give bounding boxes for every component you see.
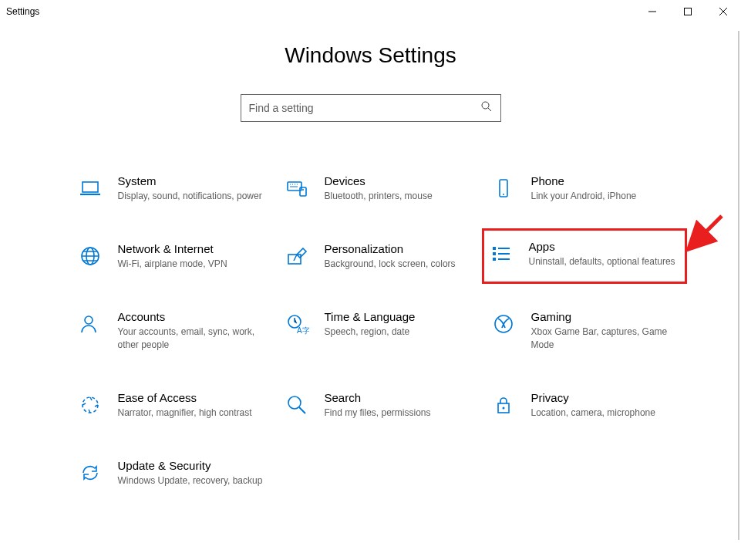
category-desc: Display, sound, notifications, power <box>118 190 266 202</box>
category-update[interactable]: Update & SecurityWindows Update, recover… <box>73 453 269 493</box>
category-title: Devices <box>325 174 473 187</box>
svg-point-5 <box>302 189 304 191</box>
category-text: GamingXbox Game Bar, captures, Game Mode <box>531 310 679 350</box>
maximize-button[interactable] <box>670 0 706 23</box>
category-title: Ease of Access <box>118 391 266 404</box>
svg-rect-12 <box>493 252 496 255</box>
svg-point-19 <box>288 396 301 409</box>
window-controls <box>635 0 741 23</box>
category-desc: Xbox Game Bar, captures, Game Mode <box>531 326 679 350</box>
category-text: Ease of AccessNarrator, magnifier, high … <box>118 391 266 419</box>
category-network[interactable]: Network & InternetWi-Fi, airplane mode, … <box>73 236 269 276</box>
magnify-icon <box>283 391 311 419</box>
category-desc: Speech, region, date <box>325 326 473 338</box>
category-text: Time & LanguageSpeech, region, date <box>325 310 473 338</box>
phone-icon <box>490 174 517 202</box>
category-title: Time & Language <box>325 310 473 323</box>
svg-rect-11 <box>493 247 496 250</box>
category-title: Personalization <box>325 242 473 255</box>
svg-point-18 <box>83 397 98 413</box>
page-title: Windows Settings <box>0 43 741 68</box>
svg-rect-13 <box>493 258 496 261</box>
svg-point-14 <box>85 316 93 324</box>
category-text: AppsUninstall, defaults, optional featur… <box>529 240 679 268</box>
svg-text:A字: A字 <box>297 326 309 335</box>
keyboard-icon <box>283 174 311 202</box>
lock-icon <box>490 391 517 419</box>
category-search[interactable]: SearchFind my files, permissions <box>280 385 476 425</box>
svg-point-1 <box>482 102 489 109</box>
category-text: Update & SecurityWindows Update, recover… <box>118 459 266 487</box>
category-personalization[interactable]: PersonalizationBackground, lock screen, … <box>280 236 476 276</box>
category-text: AccountsYour accounts, email, sync, work… <box>118 310 266 350</box>
category-title: Update & Security <box>118 459 266 472</box>
search-input[interactable] <box>249 102 480 114</box>
category-phone[interactable]: PhoneLink your Android, iPhone <box>487 168 682 208</box>
category-accounts[interactable]: AccountsYour accounts, email, sync, work… <box>73 304 269 356</box>
search-icon <box>480 100 493 116</box>
search-wrap <box>0 94 741 122</box>
apps-icon <box>487 240 515 268</box>
category-text: SystemDisplay, sound, notifications, pow… <box>118 174 266 202</box>
svg-rect-2 <box>83 182 98 192</box>
svg-point-21 <box>502 407 504 409</box>
category-desc: Windows Update, recovery, backup <box>118 474 266 487</box>
category-desc: Bluetooth, printers, mouse <box>325 190 473 202</box>
ease-icon <box>76 391 104 419</box>
category-desc: Find my files, permissions <box>325 407 473 419</box>
clock-lang-icon: A字 <box>283 310 311 338</box>
category-desc: Uninstall, defaults, optional features <box>529 255 679 268</box>
category-desc: Wi-Fi, airplane mode, VPN <box>118 258 266 270</box>
category-desc: Narrator, magnifier, high contrast <box>118 407 266 419</box>
vertical-scrollbar[interactable] <box>738 31 739 540</box>
category-title: Privacy <box>531 391 679 404</box>
svg-point-7 <box>503 194 504 195</box>
category-text: PhoneLink your Android, iPhone <box>531 174 679 202</box>
category-devices[interactable]: DevicesBluetooth, printers, mouse <box>280 168 476 208</box>
minimize-button[interactable] <box>635 0 670 23</box>
laptop-icon <box>76 174 104 202</box>
category-title: Phone <box>531 174 679 187</box>
category-time[interactable]: A字Time & LanguageSpeech, region, date <box>280 304 476 356</box>
svg-rect-0 <box>685 8 692 15</box>
category-text: Network & InternetWi-Fi, airplane mode, … <box>118 242 266 270</box>
category-gaming[interactable]: GamingXbox Game Bar, captures, Game Mode <box>487 304 682 356</box>
category-title: Network & Internet <box>118 242 266 255</box>
category-system[interactable]: SystemDisplay, sound, notifications, pow… <box>73 168 269 208</box>
close-button[interactable] <box>706 0 741 23</box>
globe-icon <box>76 242 104 270</box>
sync-icon <box>76 459 104 487</box>
category-text: PrivacyLocation, camera, microphone <box>531 391 679 419</box>
category-text: SearchFind my files, permissions <box>325 391 473 419</box>
xbox-icon <box>490 310 517 338</box>
category-title: Accounts <box>118 310 266 323</box>
svg-line-22 <box>691 216 722 247</box>
annotation-arrow <box>685 213 728 256</box>
category-title: Search <box>325 391 473 404</box>
category-text: PersonalizationBackground, lock screen, … <box>325 242 473 270</box>
categories-grid: SystemDisplay, sound, notifications, pow… <box>62 168 679 493</box>
category-desc: Background, lock screen, colors <box>325 258 473 270</box>
category-desc: Location, camera, microphone <box>531 407 679 419</box>
category-ease[interactable]: Ease of AccessNarrator, magnifier, high … <box>73 385 269 425</box>
window-title: Settings <box>6 6 39 17</box>
user-icon <box>76 310 104 338</box>
category-title: Gaming <box>531 310 679 323</box>
brush-icon <box>283 242 311 270</box>
category-title: Apps <box>529 240 679 253</box>
category-title: System <box>118 174 266 187</box>
category-desc: Your accounts, email, sync, work, other … <box>118 326 266 350</box>
category-privacy[interactable]: PrivacyLocation, camera, microphone <box>487 385 682 425</box>
category-apps[interactable]: AppsUninstall, defaults, optional featur… <box>482 228 687 284</box>
category-desc: Link your Android, iPhone <box>531 190 679 202</box>
search-box[interactable] <box>241 94 501 122</box>
settings-content: Windows Settings SystemDisplay, sound, n… <box>0 23 741 560</box>
titlebar: Settings <box>0 0 741 23</box>
category-text: DevicesBluetooth, printers, mouse <box>325 174 473 202</box>
